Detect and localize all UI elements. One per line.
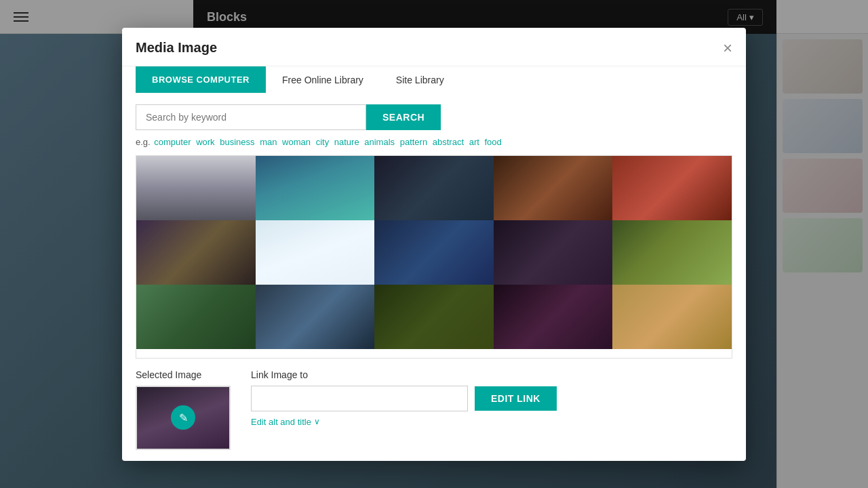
selected-image-section: Selected Image ✎	[136, 369, 231, 450]
image-grid-container[interactable]	[136, 155, 732, 359]
media-image-modal: Media Image × BROWSE COMPUTER Free Onlin…	[122, 28, 746, 461]
link-image-section: Link Image to EDIT LINK Edit alt and tit…	[251, 369, 732, 427]
keyword-man[interactable]: man	[260, 137, 277, 147]
edit-link-button[interactable]: EDIT LINK	[475, 386, 557, 411]
grid-image-15[interactable]	[612, 285, 732, 349]
keyword-computer[interactable]: computer	[154, 137, 191, 147]
edit-alt-title-link[interactable]: Edit alt and title ∨	[251, 417, 732, 427]
grid-image-7[interactable]	[256, 220, 375, 285]
grid-image-3[interactable]	[374, 156, 494, 220]
image-grid	[136, 156, 732, 349]
grid-image-6[interactable]	[136, 220, 256, 285]
grid-image-14[interactable]	[494, 285, 613, 349]
keyword-abstract[interactable]: abstract	[433, 137, 464, 147]
keyword-food[interactable]: food	[484, 137, 501, 147]
grid-image-2[interactable]	[256, 156, 375, 220]
edit-image-button[interactable]: ✎	[171, 405, 195, 430]
tab-free-online-library[interactable]: Free Online Library	[266, 66, 380, 94]
grid-image-9[interactable]	[494, 220, 613, 285]
keyword-nature[interactable]: nature	[334, 137, 359, 147]
grid-image-11[interactable]	[136, 285, 256, 349]
grid-image-1[interactable]	[136, 156, 256, 220]
search-area: SEARCH e.g. computer work business man w…	[122, 94, 746, 155]
keyword-art[interactable]: art	[469, 137, 479, 147]
grid-image-4[interactable]	[494, 156, 613, 220]
modal-title: Media Image	[136, 40, 217, 56]
pencil-icon: ✎	[179, 411, 188, 424]
grid-image-10[interactable]	[612, 220, 732, 285]
grid-image-5[interactable]	[612, 156, 732, 220]
close-button[interactable]: ×	[723, 40, 732, 56]
keyword-pattern[interactable]: pattern	[400, 137, 427, 147]
keyword-animals[interactable]: animals	[364, 137, 395, 147]
search-row: SEARCH	[136, 104, 732, 130]
tab-site-library[interactable]: Site Library	[380, 66, 460, 94]
grid-image-13[interactable]	[374, 285, 494, 349]
modal-bottom: Selected Image ✎ Link Image to EDIT LINK…	[122, 359, 746, 461]
hint-prefix: e.g.	[136, 137, 151, 147]
modal-header: Media Image ×	[122, 28, 746, 66]
keyword-woman[interactable]: woman	[282, 137, 311, 147]
tab-browse-computer[interactable]: BROWSE COMPUTER	[136, 66, 266, 93]
tab-bar: BROWSE COMPUTER Free Online Library Site…	[122, 66, 746, 94]
edit-alt-title-label: Edit alt and title	[251, 417, 311, 427]
keyword-hints: e.g. computer work business man woman ci…	[136, 137, 732, 147]
keyword-city[interactable]: city	[316, 137, 330, 147]
keyword-work[interactable]: work	[196, 137, 214, 147]
search-button[interactable]: SEARCH	[366, 104, 441, 130]
selected-thumbnail: ✎	[136, 386, 231, 450]
link-image-label: Link Image to	[251, 369, 732, 380]
search-input[interactable]	[136, 104, 366, 130]
chevron-down-icon: ∨	[314, 417, 320, 426]
grid-image-8[interactable]	[374, 220, 494, 285]
modal-overlay: Media Image × BROWSE COMPUTER Free Onlin…	[0, 0, 868, 488]
link-input[interactable]	[251, 386, 468, 411]
selected-image-label: Selected Image	[136, 369, 231, 380]
grid-image-12[interactable]	[256, 285, 375, 349]
keyword-business[interactable]: business	[220, 137, 254, 147]
link-row: EDIT LINK	[251, 386, 732, 411]
